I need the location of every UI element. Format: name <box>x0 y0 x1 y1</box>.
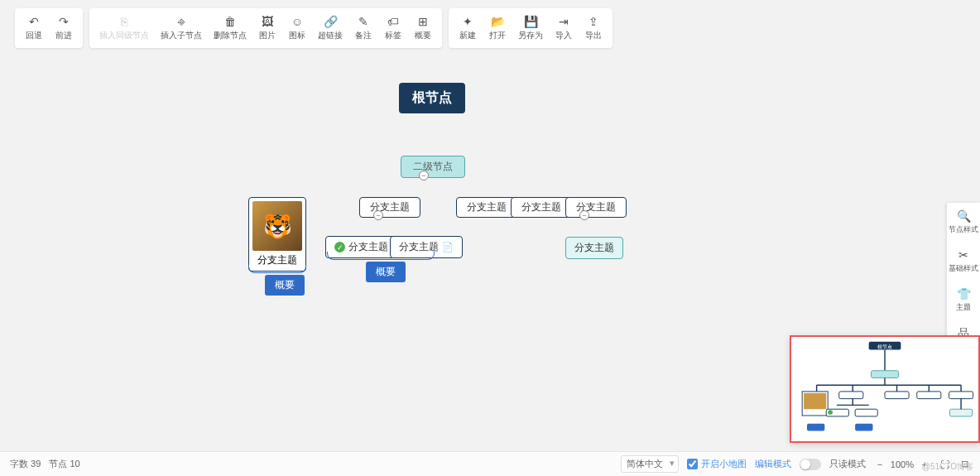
root-node[interactable]: 根节点 <box>399 83 465 113</box>
svg-rect-33 <box>855 409 877 416</box>
canvas-connectors <box>0 0 248 124</box>
branch-node[interactable]: 分支主题 <box>511 197 572 218</box>
toolbar-标签[interactable]: 🏷标签 <box>379 12 407 45</box>
toolbar-另存为[interactable]: 💾另存为 <box>513 12 548 45</box>
level2-node[interactable]: 二级节点 <box>401 156 465 178</box>
zoom-level: 100% <box>891 459 914 469</box>
svg-rect-28 <box>949 392 973 399</box>
svg-rect-26 <box>885 392 909 399</box>
svg-point-32 <box>828 410 833 415</box>
minimap[interactable]: 根节点 <box>790 335 980 443</box>
toolbar-图标[interactable]: ☺图标 <box>283 12 311 45</box>
summary-node[interactable]: 概要 <box>366 262 406 282</box>
toolbar-打开[interactable]: 📂打开 <box>483 12 512 45</box>
readonly-toggle[interactable] <box>800 459 821 470</box>
minimap-root: 根节点 <box>877 344 892 349</box>
branch-node[interactable]: 分支主题 <box>359 197 420 218</box>
svg-rect-25 <box>839 392 863 399</box>
toolbar-备注[interactable]: ✎备注 <box>349 12 377 45</box>
branch-node[interactable]: 分支主题 <box>565 237 623 259</box>
toolbar-导入[interactable]: ⇥导入 <box>550 12 578 45</box>
node-image: 🐯 <box>252 201 302 251</box>
char-count: 字数 39 <box>10 458 41 470</box>
branch-node-image[interactable]: 🐯 分支主题 <box>248 197 306 272</box>
edit-mode-label[interactable]: 编辑模式 <box>755 458 791 470</box>
toolbar-概要[interactable]: ⊞概要 <box>409 12 437 45</box>
svg-rect-34 <box>950 409 973 416</box>
sidepanel-节点样式[interactable]: 🔍节点样式 <box>947 203 980 242</box>
svg-rect-15 <box>872 371 899 378</box>
collapse-toggle[interactable]: − <box>373 210 383 220</box>
statusbar: 字数 39 节点 10 简体中文 开启小地图 编辑模式 只读模式 − 100% … <box>0 451 980 476</box>
collapse-toggle[interactable]: − <box>579 210 589 220</box>
node-count: 节点 10 <box>49 458 79 470</box>
svg-rect-36 <box>807 424 824 431</box>
document-icon: 📄 <box>442 242 454 252</box>
summary-bracket <box>248 265 306 273</box>
sidepanel-基础样式[interactable]: ✂基础样式 <box>947 242 980 281</box>
svg-rect-27 <box>917 392 941 399</box>
toolbar-图片[interactable]: 🖼图片 <box>253 12 281 45</box>
zoom-out-button[interactable]: − <box>874 459 886 469</box>
toolbar-超链接[interactable]: 🔗超链接 <box>313 12 348 45</box>
summary-node[interactable]: 概要 <box>265 275 305 296</box>
readonly-label: 只读模式 <box>829 458 866 470</box>
summary-bracket <box>327 252 435 260</box>
watermark: @51CTO博客 <box>922 461 973 473</box>
sidepanel-主题[interactable]: 👕主题 <box>947 281 980 320</box>
collapse-toggle[interactable]: − <box>419 171 429 180</box>
branch-node[interactable]: 分支主题 <box>456 197 517 218</box>
toolbar-新建[interactable]: ✦新建 <box>454 12 482 45</box>
language-select[interactable]: 简体中文 <box>621 455 679 473</box>
branch-node[interactable]: 分支主题 <box>565 197 627 218</box>
minimap-toggle[interactable]: 开启小地图 <box>687 458 747 470</box>
toolbar-导出[interactable]: ⇪导出 <box>579 12 608 45</box>
svg-rect-37 <box>855 424 872 431</box>
svg-rect-24 <box>804 393 826 409</box>
